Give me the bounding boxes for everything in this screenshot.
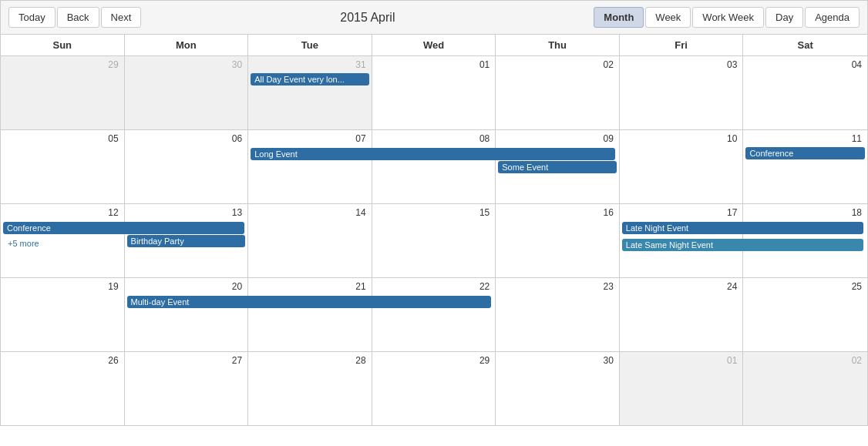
header-sun: Sun: [1, 35, 125, 55]
header-mon: Mon: [125, 35, 249, 55]
calendar-cell: 10: [620, 130, 744, 203]
toolbar-right: Month Week Work Week Day Agenda: [594, 7, 860, 28]
calendar-weeks: 29 30 31 All Day Event very lon... 01 02…: [1, 56, 867, 425]
calendar-cell: 29: [1, 56, 125, 129]
event-conference[interactable]: Conference: [745, 147, 865, 159]
week-button[interactable]: Week: [645, 7, 691, 28]
calendar-cell: 21: [248, 278, 372, 351]
event-long[interactable]: Long Event: [251, 148, 615, 160]
next-button[interactable]: Next: [101, 7, 142, 28]
calendar-cell: 03: [620, 56, 744, 129]
calendar-cell: 08: [372, 130, 496, 203]
work-week-button[interactable]: Work Week: [692, 7, 764, 28]
calendar-cell: 13 Birthday Party: [125, 204, 249, 277]
calendar-week: 19 20 Multi-day Event 21 22 23 24 25: [1, 278, 867, 352]
calendar-cell: 30: [125, 56, 249, 129]
toolbar: Today Back Next 2015 April Month Week Wo…: [1, 1, 867, 35]
back-button[interactable]: Back: [57, 7, 99, 28]
header-fri: Fri: [620, 35, 744, 55]
calendar-cell: 27: [125, 352, 249, 425]
calendar-cell: 23: [496, 278, 620, 351]
calendar-cell: 22: [372, 278, 496, 351]
event-multiday[interactable]: Multi-day Event: [127, 296, 492, 308]
calendar-cell: 16: [496, 204, 620, 277]
calendar-cell: 02: [743, 352, 867, 425]
calendar-cell: 11 Conference: [743, 130, 867, 203]
calendar-title: 2015 April: [141, 11, 594, 25]
calendar-cell: 06: [125, 130, 249, 203]
calendar-week: 05 06 07 Long Event 08 09 Some Event 10 …: [1, 130, 867, 204]
event-birthday[interactable]: Birthday Party: [127, 235, 246, 247]
event[interactable]: All Day Event very lon...: [251, 73, 369, 86]
header-tue: Tue: [248, 35, 372, 55]
calendar-cell: 01: [620, 352, 744, 425]
month-button[interactable]: Month: [594, 7, 644, 28]
calendar-cell: 14: [248, 204, 372, 277]
toolbar-left: Today Back Next: [8, 7, 141, 28]
calendar-grid: Sun Mon Tue Wed Thu Fri Sat 29 30 31 All…: [1, 35, 867, 425]
event-conference2[interactable]: Conference: [3, 222, 244, 234]
calendar-cell: 09 Some Event: [496, 130, 620, 203]
calendar-cell: 26: [1, 352, 125, 425]
agenda-button[interactable]: Agenda: [805, 7, 860, 28]
calendar-cell: 01: [372, 56, 496, 129]
calendar-cell: 19: [1, 278, 125, 351]
calendar-cell: 31 All Day Event very lon...: [248, 56, 372, 129]
today-button[interactable]: Today: [8, 7, 56, 28]
calendar-week: 12 Conference +5 more 13 Birthday Party …: [1, 204, 867, 278]
calendar-cell: 02: [496, 56, 620, 129]
header-thu: Thu: [496, 35, 620, 55]
calendar-cell: 05: [1, 130, 125, 203]
calendar-cell: 28: [248, 352, 372, 425]
calendar-cell: 20 Multi-day Event: [125, 278, 249, 351]
calendar-cell: 29: [372, 352, 496, 425]
event-late-night[interactable]: Late Night Event: [622, 222, 863, 234]
event-late-same-night[interactable]: Late Same Night Event: [622, 239, 863, 251]
calendar-cell: 17 Late Night Event Late Same Night Even…: [620, 204, 744, 277]
calendar-week: 29 30 31 All Day Event very lon... 01 02…: [1, 56, 867, 130]
header-sat: Sat: [743, 35, 867, 55]
calendar-cell: 30: [496, 352, 620, 425]
calendar-cell: 04: [743, 56, 867, 129]
calendar-cell: 15: [372, 204, 496, 277]
event-some[interactable]: Some Event: [498, 161, 617, 173]
calendar-week: 26 27 28 29 30 01 02: [1, 352, 867, 425]
calendar-cell: 24: [620, 278, 744, 351]
header-wed: Wed: [372, 35, 496, 55]
calendar-cell: 25: [743, 278, 867, 351]
calendar-cell: 12 Conference +5 more: [1, 204, 125, 277]
day-button[interactable]: Day: [765, 7, 803, 28]
calendar-container: Today Back Next 2015 April Month Week Wo…: [0, 0, 868, 426]
calendar-cell: 07 Long Event: [248, 130, 372, 203]
more-link[interactable]: +5 more: [5, 238, 42, 249]
calendar-header: Sun Mon Tue Wed Thu Fri Sat: [1, 35, 867, 56]
